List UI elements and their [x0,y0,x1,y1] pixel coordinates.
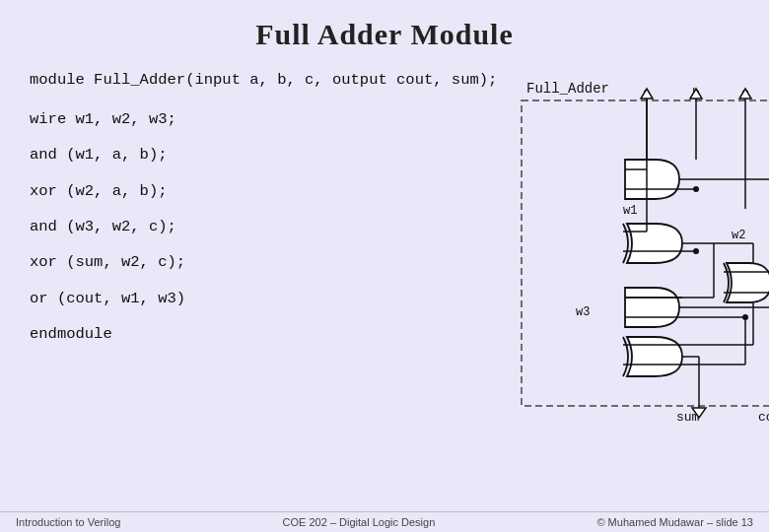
code-line-4: and (w3, w2, c); [30,214,497,239]
xor-gate-2 [627,337,682,376]
and-gate-1 [625,160,679,199]
svg-point-6 [693,186,699,192]
code-line-1: wire w1, w2, w3; [30,106,497,132]
and-gate-2 [625,288,679,327]
code-section: module Full_Adder(input a, b, c, output … [30,71,507,445]
cout-label: cout [758,410,769,425]
code-line-5: xor (sum, w2, c); [30,249,497,275]
code-line-3: xor (w2, a, b); [30,178,497,204]
w3-label: w3 [576,305,590,319]
circuit-diagram: Full_Adder a b c w1 [517,71,769,445]
footer-left: Introduction to Verilog [16,516,120,528]
page-title: Full Adder Module [0,0,769,61]
full-adder-label: Full_Adder [526,81,609,97]
code-line-2: and (w1, a, b); [30,142,497,167]
diagram-section: Full_Adder a b c w1 [517,71,769,445]
or-gate [727,263,769,302]
footer-center: COE 202 – Digital Logic Design [283,516,436,528]
module-declaration: module Full_Adder(input a, b, c, output … [30,71,497,89]
footer-bar: Introduction to Verilog COE 202 – Digita… [0,511,769,532]
xor-gate-1 [627,224,682,263]
footer-right: © Muhamed Mudawar – slide 13 [596,516,753,528]
w1-label: w1 [623,204,637,218]
w2-label: w2 [732,229,745,242]
code-line-7: endmodule [30,321,497,347]
code-line-6: or (cout, w1, w3) [30,286,497,311]
svg-point-14 [693,248,699,254]
